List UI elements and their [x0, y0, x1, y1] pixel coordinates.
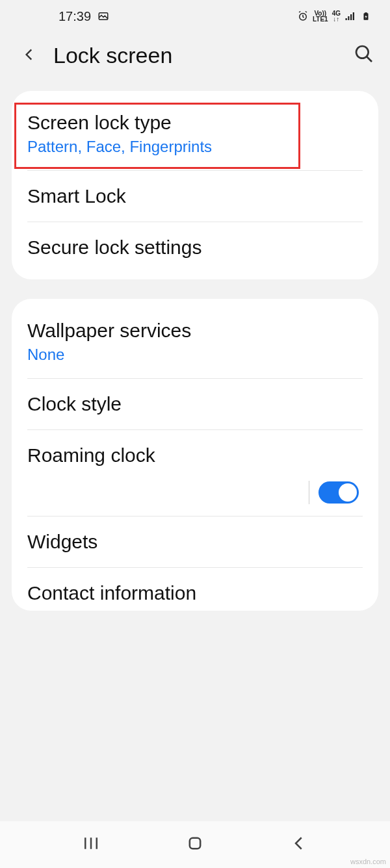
settings-group-1: Screen lock type Pattern, Face, Fingerpr… [12, 91, 378, 279]
svg-rect-2 [346, 18, 347, 20]
search-button[interactable] [354, 44, 377, 67]
app-header: Lock screen [0, 32, 390, 91]
item-subtitle: None [27, 346, 363, 364]
item-title: Screen lock type [27, 112, 363, 134]
item-title: Clock style [27, 393, 363, 415]
settings-group-2: Wallpaper services None Clock style Roam… [12, 299, 378, 611]
screen-lock-type-item[interactable]: Screen lock type Pattern, Face, Fingerpr… [12, 97, 378, 170]
item-title: Roaming clock [27, 444, 363, 466]
network-indicator: 4G ↓↑ [332, 10, 341, 22]
alarm-icon [297, 10, 309, 22]
page-title: Lock screen [53, 43, 338, 68]
item-subtitle: Pattern, Face, Fingerprints [27, 138, 363, 156]
item-title: Secure lock settings [27, 236, 363, 259]
back-button[interactable] [21, 42, 38, 69]
signal-icon [344, 10, 356, 22]
contact-information-item[interactable]: Contact information [12, 568, 378, 604]
item-title: Contact information [27, 582, 363, 604]
volte-indicator: Vo)) LTE1 [313, 10, 328, 22]
roaming-clock-item[interactable]: Roaming clock [12, 430, 378, 472]
navigation-bar [0, 821, 390, 868]
svg-rect-4 [350, 14, 352, 20]
watermark: wsxdn.com [350, 858, 386, 865]
secure-lock-settings-item[interactable]: Secure lock settings [12, 222, 378, 273]
widgets-item[interactable]: Widgets [12, 517, 378, 567]
svg-rect-7 [365, 12, 367, 14]
svg-rect-3 [348, 16, 349, 20]
wallpaper-services-item[interactable]: Wallpaper services None [12, 305, 378, 378]
svg-point-8 [356, 46, 369, 58]
roaming-clock-toggle[interactable] [318, 481, 359, 504]
svg-rect-9 [190, 838, 200, 849]
item-title: Wallpaper services [27, 320, 363, 342]
clock-style-item[interactable]: Clock style [12, 379, 378, 429]
status-bar: 17:39 Vo)) LTE1 4G ↓↑ [0, 0, 390, 32]
nav-back-button[interactable] [289, 834, 309, 856]
smart-lock-item[interactable]: Smart Lock [12, 171, 378, 222]
divider [309, 481, 309, 504]
image-icon [98, 10, 109, 22]
svg-rect-5 [353, 12, 354, 20]
item-title: Widgets [27, 531, 363, 553]
status-time: 17:39 [58, 9, 91, 24]
battery-icon [360, 10, 372, 22]
home-button[interactable] [186, 834, 204, 855]
item-title: Smart Lock [27, 185, 363, 207]
recents-button[interactable] [81, 834, 101, 856]
